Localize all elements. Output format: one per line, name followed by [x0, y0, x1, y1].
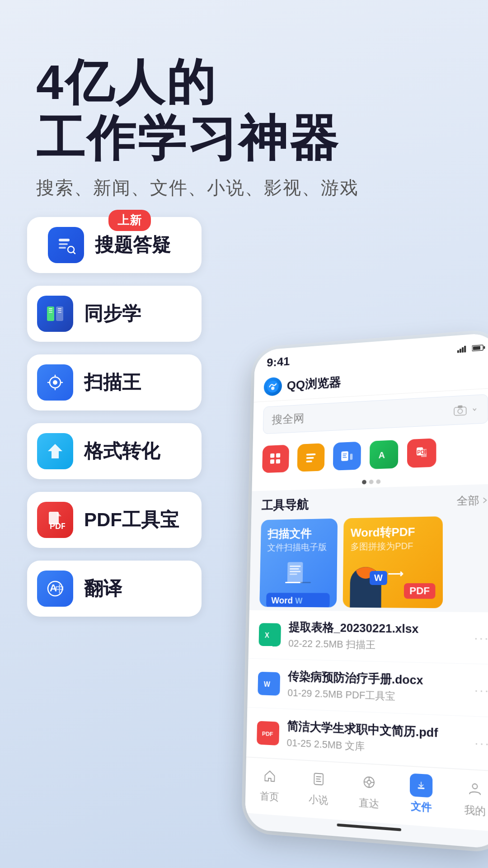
feature-item-scan[interactable]: 扫描王: [27, 354, 202, 410]
phone-mockup: 9:41: [245, 332, 488, 849]
svg-marker-15: [48, 444, 62, 458]
file-more-2[interactable]: ···: [474, 735, 488, 751]
hero-section: 4亿人的 工作学习神器 搜索、新闻、文件、小说、影视、游戏: [0, 0, 488, 218]
tool-card-word2pdf-sub: 多图拼接为PDF: [350, 540, 435, 553]
word-badge: Word W: [266, 593, 330, 607]
quick-icon-2[interactable]: [297, 443, 325, 472]
svg-rect-33: [270, 453, 274, 458]
svg-rect-32: [458, 405, 462, 408]
tools-all-button[interactable]: 全部: [457, 493, 488, 508]
nav-label-direct: 直达: [359, 796, 379, 811]
feature-label-sync: 同步学: [84, 301, 141, 326]
svg-rect-11: [58, 310, 61, 311]
feature-item-translate[interactable]: A 中 翻译: [27, 561, 202, 617]
novel-icon: [308, 767, 329, 791]
hero-subtitle: 搜索、新闻、文件、小说、影视、游戏: [36, 175, 452, 200]
feature-item-search[interactable]: 上新 搜题答疑: [27, 217, 202, 273]
feature-label-scan: 扫描王: [84, 370, 141, 395]
nav-label-home: 首页: [260, 789, 279, 804]
file-more-1[interactable]: ···: [474, 682, 488, 698]
feature-label-translate: 翻译: [84, 576, 122, 601]
tools-section: 工具导航 全部 扫描文件 文件扫描电子版: [249, 484, 488, 609]
svg-point-14: [53, 380, 57, 385]
feature-label-search: 搜题答疑: [95, 232, 171, 258]
svg-rect-1: [59, 243, 68, 245]
file-icon-pdf-2: PDF: [257, 721, 279, 745]
svg-rect-23: [462, 347, 464, 353]
file-info-1: 传染病预防治疗手册.docx 01-29 2.5MB PDF工具宝: [287, 669, 465, 706]
svg-rect-6: [49, 308, 52, 309]
svg-rect-57: [316, 778, 320, 780]
feature-list: 上新 搜题答疑 同步学: [27, 217, 202, 617]
quick-icon-3[interactable]: [333, 442, 361, 471]
svg-rect-0: [59, 239, 70, 241]
dot-1: [362, 480, 366, 484]
quick-icon-4[interactable]: A: [370, 440, 398, 469]
svg-text:X: X: [265, 631, 270, 639]
feature-item-pdf[interactable]: PDF PDF工具宝: [27, 492, 202, 548]
tool-card-scan[interactable]: 扫描文件 文件扫描电子版: [259, 519, 338, 608]
app-logo: [263, 377, 282, 396]
feature-label-pdf: PDF工具宝: [84, 507, 179, 533]
svg-rect-47: [290, 568, 299, 570]
svg-rect-41: [350, 453, 352, 460]
svg-point-66: [473, 784, 478, 789]
quick-icon-1[interactable]: [262, 445, 289, 473]
nav-label-mine: 我的: [464, 803, 486, 819]
file-icon-excel-0: X: [258, 623, 281, 646]
dot-2: [369, 480, 374, 484]
nav-label-novel: 小说: [309, 793, 328, 808]
svg-rect-7: [49, 310, 52, 311]
svg-rect-30: [454, 407, 466, 415]
sync-icon: [37, 296, 73, 332]
svg-rect-65: [418, 787, 425, 789]
nav-item-mine[interactable]: 我的: [448, 775, 488, 820]
tool-card-word2pdf[interactable]: Word转PDF 多图拼接为PDF W ⟶ PDF: [343, 516, 443, 608]
file-more-0[interactable]: ···: [474, 630, 488, 646]
tool-card-scan-sub: 文件扫描电子版: [267, 541, 330, 554]
quick-icon-5[interactable]: PDF: [407, 438, 436, 468]
svg-rect-27: [483, 346, 485, 349]
svg-point-31: [458, 409, 462, 413]
file-name-0: 提取表格_20230221.xlsx: [289, 619, 466, 638]
svg-rect-38: [306, 457, 314, 459]
svg-point-60: [367, 780, 371, 784]
status-icons: [457, 344, 485, 353]
hero-title: 4亿人的 工作学习神器: [36, 54, 452, 166]
svg-text:PDF: PDF: [417, 449, 428, 455]
svg-line-4: [73, 252, 75, 254]
feature-item-sync[interactable]: 同步学: [27, 286, 202, 342]
svg-text:W: W: [264, 680, 271, 688]
tool-card-word2pdf-title: Word转PDF: [351, 524, 436, 541]
files-icon: [410, 773, 432, 797]
svg-rect-2: [59, 247, 66, 249]
svg-rect-49: [290, 574, 297, 575]
nav-item-files[interactable]: 文件: [395, 773, 448, 816]
convert-icon: [37, 433, 73, 469]
file-item-0[interactable]: X 提取表格_20230221.xlsx 02-22 2.5MB 扫描王 ···: [249, 610, 488, 665]
svg-rect-34: [276, 453, 280, 458]
search-input[interactable]: 搜全网: [263, 394, 488, 434]
svg-text:A: A: [379, 450, 385, 460]
nav-item-home[interactable]: 首页: [245, 764, 294, 805]
svg-text:中: 中: [55, 584, 64, 594]
home-icon: [259, 764, 281, 788]
file-list: X 提取表格_20230221.xlsx 02-22 2.5MB 扫描王 ···…: [246, 610, 488, 771]
svg-rect-26: [473, 346, 480, 350]
phone-screen: 9:41: [245, 332, 488, 849]
svg-rect-58: [316, 781, 321, 782]
file-info-2: 简洁大学生求职中文简历.pdf 01-25 2.5MB 文库: [286, 718, 466, 760]
tools-nav-title: 工具导航: [261, 496, 309, 514]
svg-rect-45: [287, 562, 303, 583]
feature-item-convert[interactable]: 格式转化: [27, 423, 202, 479]
nav-item-direct[interactable]: 直达: [343, 769, 395, 812]
new-badge: 上新: [108, 210, 151, 231]
nav-label-files: 文件: [411, 799, 432, 815]
svg-rect-56: [316, 776, 321, 778]
svg-rect-8: [49, 312, 52, 313]
nav-item-novel[interactable]: 小说: [294, 767, 344, 809]
svg-rect-48: [290, 571, 301, 572]
mine-icon: [463, 776, 487, 801]
svg-rect-46: [290, 566, 301, 567]
svg-rect-37: [306, 453, 316, 456]
